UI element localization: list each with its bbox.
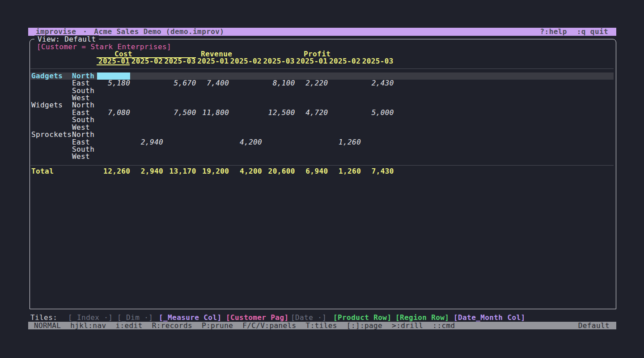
titlebar: improvise · Acme Sales Demo (demo.improv… <box>28 28 616 36</box>
table-row[interactable]: West <box>30 94 614 102</box>
product-label: Sprockets <box>31 131 72 138</box>
keybinding-hint: hjkl:nav <box>70 322 106 329</box>
table-row[interactable]: East7,0807,50011,80012,5004,7205,000 <box>30 109 614 116</box>
product-label: Widgets <box>31 102 63 109</box>
tile-datemonthcol[interactable]: [Date_Month Col] <box>453 314 525 321</box>
total-value-cell: 4,200 <box>229 168 262 175</box>
value-cell[interactable]: 5,000 <box>361 109 394 116</box>
total-value-cell: 1,260 <box>328 168 361 175</box>
value-cell[interactable]: 11,800 <box>196 109 229 116</box>
tile-date[interactable]: [Date ·] <box>291 314 326 321</box>
table-row[interactable]: South <box>30 116 614 124</box>
tile-regionrow[interactable]: [Region Row] <box>395 314 449 321</box>
value-cell[interactable]: 5,670 <box>163 80 196 87</box>
help-command[interactable]: ?:help <box>540 28 567 36</box>
value-cell[interactable]: 2,940 <box>130 139 163 146</box>
total-value-cell: 20,600 <box>262 168 295 175</box>
month-column-header[interactable]: 2025-02 <box>229 58 262 65</box>
table-row[interactable]: SprocketsNorth <box>30 131 614 138</box>
total-value-cell: 2,940 <box>130 168 163 175</box>
tiles-label: Tiles: <box>30 314 57 321</box>
keybinding-hint: T:tiles <box>306 322 337 329</box>
tile-dim[interactable]: [_Dim ·] <box>117 314 153 321</box>
table-row[interactable]: East2,9404,2001,260 <box>30 139 614 146</box>
table-row[interactable]: West <box>30 153 614 160</box>
keybinding-hint: [:]:page <box>347 322 382 329</box>
value-cell[interactable]: 7,080 <box>97 109 130 116</box>
value-cell[interactable]: 8,100 <box>262 80 295 87</box>
total-value-cell: 7,430 <box>361 168 394 175</box>
mode-indicator: NORMAL <box>34 322 61 329</box>
month-column-header[interactable]: 2025-01 <box>295 58 328 65</box>
total-label: Total <box>31 168 54 175</box>
total-value-cell: 12,260 <box>97 168 130 175</box>
value-cell[interactable]: 5,180 <box>97 80 130 87</box>
value-cell[interactable]: 2,220 <box>295 80 328 87</box>
value-cell[interactable]: 7,400 <box>196 80 229 87</box>
tile-measurecol[interactable]: [_Measure Col] <box>159 314 221 321</box>
value-cell[interactable]: 1,260 <box>328 139 361 146</box>
region-label: West <box>72 153 90 160</box>
table-row[interactable]: South <box>30 87 614 94</box>
month-column-header[interactable]: 2025-03 <box>262 58 295 65</box>
total-separator <box>30 165 614 166</box>
value-cell[interactable]: 7,500 <box>163 109 196 116</box>
value-cell[interactable]: 2,430 <box>361 80 394 87</box>
value-cell[interactable]: 4,720 <box>295 109 328 116</box>
tile-productrow[interactable]: [Product Row] <box>333 314 391 321</box>
month-column-header[interactable]: 2025-01 <box>195 58 229 65</box>
value-cell[interactable]: 12,500 <box>262 109 295 116</box>
keybinding-hint: >:drill <box>392 322 423 329</box>
table-row[interactable]: West <box>30 124 614 131</box>
total-row: Total 12,2602,94013,17019,2004,20020,600… <box>30 168 614 175</box>
view-frame: View: Default [Customer = Stark Enterpri… <box>30 39 616 309</box>
keybinding-hint: R:records <box>152 322 192 329</box>
value-cell[interactable]: 4,200 <box>229 139 262 146</box>
keybinding-hint: i:edit <box>115 322 142 329</box>
keybinding-hint: ::cmd <box>432 322 455 329</box>
keybinding-hint: F/C/V:panels <box>242 322 296 329</box>
document-title: Acme Sales Demo (demo.improv) <box>94 28 224 36</box>
tile-customerpag[interactable]: [Customer Pag] <box>226 314 288 321</box>
keybinding-hint: P:prune <box>202 322 233 329</box>
quit-command[interactable]: :q quit <box>577 28 608 36</box>
table-row[interactable]: East5,1805,6707,4008,1002,2202,430 <box>30 80 614 87</box>
month-column-header[interactable]: 2025-03 <box>360 58 394 65</box>
active-view-name: Default <box>578 322 616 329</box>
customer-filter-chip[interactable]: [Customer = Stark Enterprises] <box>37 43 171 51</box>
product-label: Gadgets <box>31 72 63 80</box>
month-column-header[interactable]: 2025-02 <box>130 58 163 65</box>
status-bar: NORMAL hjkl:navi:editR:recordsP:pruneF/C… <box>28 322 616 329</box>
tile-index[interactable]: [_Index ·] <box>68 314 113 321</box>
header-separator <box>30 68 614 69</box>
total-value-cell: 6,940 <box>295 168 328 175</box>
table-row[interactable]: South <box>30 146 614 153</box>
tiles-bar: Tiles: [_Index ·][_Dim ·][_Measure Col][… <box>0 314 644 321</box>
month-column-header[interactable]: 2025-02 <box>327 58 360 65</box>
total-value-cell: 19,200 <box>196 168 229 175</box>
month-column-header[interactable]: 2025-01 <box>97 58 130 65</box>
month-column-header[interactable]: 2025-03 <box>163 58 196 65</box>
titlebar-right: ?:help :q quit <box>540 28 616 36</box>
total-value-cell: 13,170 <box>163 168 196 175</box>
app-screen: improvise · Acme Sales Demo (demo.improv… <box>0 0 644 358</box>
view-title: View: Default <box>34 35 99 43</box>
